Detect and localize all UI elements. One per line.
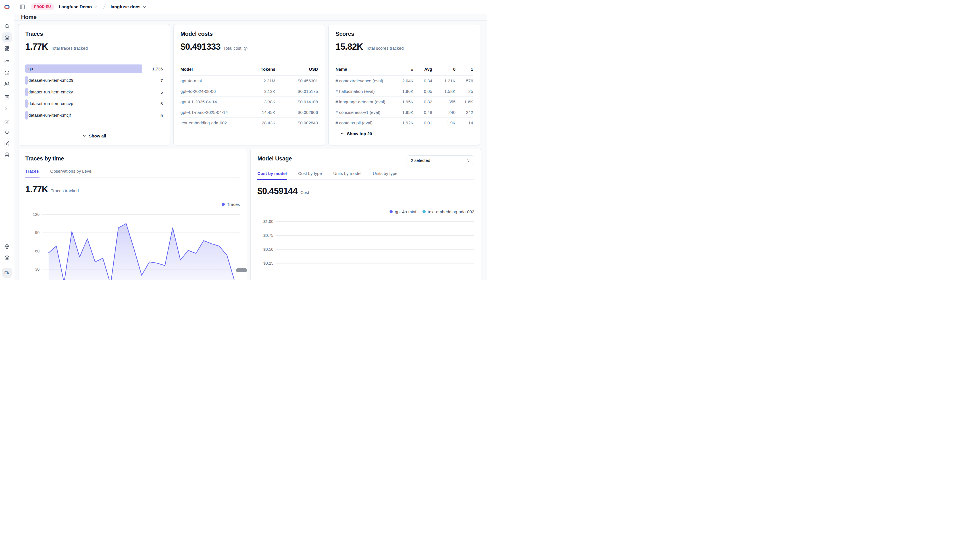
settings-icon [4,244,10,249]
sidebar-item-playground[interactable] [2,103,12,113]
sidebar-item-sessions[interactable] [2,68,12,78]
sidebar-item-insights[interactable] [2,128,12,137]
top-bar: PROD-EU Langfuse Demo langfuse-docs [0,0,487,14]
model-select[interactable]: 2 selected [407,155,474,165]
project-name: langfuse-docs [110,4,140,9]
table-cell: 1.92K [393,120,413,125]
table-cell: 240 [432,110,456,115]
svg-text:90: 90 [35,230,40,235]
sidebar-item-settings[interactable] [2,242,12,251]
svg-text:120: 120 [33,212,40,217]
sidebar-item-home[interactable] [2,32,12,42]
model-costs-total: $0.491333 [180,42,221,52]
table-row: gpt-4.1-2025-04-143.38K$0.014108 [180,97,318,107]
org-switcher[interactable]: Langfuse Demo [59,4,98,9]
table-cell: 0.48 [413,110,432,115]
table-row: # contextrelevance (eval)2.04K0.341.21K5… [336,75,473,86]
annotation-icon [4,141,10,147]
traces-by-time-card: Traces by time TracesObservations by Lev… [18,149,247,280]
scores-total: 15.82K [336,42,363,52]
horizontal-scrollbar-thumb[interactable] [236,268,247,272]
traces-by-time-tabs: TracesObservations by Level [25,169,240,177]
scores-table: Name#Avg01# contextrelevance (eval)2.04K… [336,67,473,128]
sidebar-item-tracing[interactable] [2,57,12,67]
table-cell: # contextrelevance (eval) [336,78,393,83]
project-switcher[interactable]: langfuse-docs [110,4,147,9]
svg-text:30: 30 [35,267,40,272]
insights-icon [4,130,10,135]
search-icon [4,23,10,29]
table-cell: 1.9K [432,120,456,125]
svg-text:$1.00: $1.00 [263,219,273,224]
model-usage-card: Model Usage 2 selected Cost by modelCost… [250,149,481,280]
table-cell: 1.6K [456,99,473,104]
table-cell: gpt-4.1-2025-04-14 [180,99,242,104]
traces-card-title: Traces [25,31,163,37]
trace-count: 5 [142,113,163,118]
trace-bar-row: qa1,736 [25,65,163,73]
legend-dot-icon [222,203,225,206]
trace-name: dataset-run-item-cmcjf [25,111,71,120]
column-header: 0 [432,67,456,72]
tracing-icon [4,59,10,65]
table-cell: 1.95K [393,99,413,104]
sidebar-toggle-button[interactable] [18,2,27,12]
svg-text:60: 60 [35,249,40,253]
table-cell: 2.04K [393,78,413,83]
main-area: Home Traces 1.77K Total traces tracked q… [14,14,487,280]
info-icon[interactable] [244,47,248,51]
trace-count: 5 [142,90,163,95]
table-cell: 1.95K [393,110,413,115]
show-all-button[interactable]: Show all [82,133,106,138]
table-cell: 2.21M [242,78,275,83]
table-cell: 1.58K [432,89,456,94]
table-cell: 25 [456,89,473,94]
users-icon [4,81,10,87]
tab-cost-by-type[interactable]: Cost by type [298,171,322,180]
sidebar-item-users[interactable] [2,79,12,88]
tab-cost-by-model[interactable]: Cost by model [257,171,287,180]
table-cell: gpt-4o-2024-08-06 [180,89,242,94]
sidebar: FK [0,14,14,280]
traces-area-chart: 120906030 [25,210,240,280]
sidebar-item-annotation[interactable] [2,139,12,148]
table-cell: 0.82 [413,99,432,104]
tab-units-by-model[interactable]: Units by model [333,171,361,180]
tab-units-by-type[interactable]: Units by type [373,171,398,180]
trace-bar-row: dataset-run-item-cmcjf5 [25,111,163,120]
sidebar-item-prompts[interactable] [2,92,12,102]
user-avatar[interactable]: FK [2,268,12,278]
traces-by-time-title: Traces by time [25,155,240,162]
tab-traces[interactable]: Traces [25,169,39,177]
sidebar-item-support[interactable] [2,253,12,262]
org-name: Langfuse Demo [59,4,92,9]
org-logo[interactable] [0,0,14,13]
table-cell: 0.01 [413,120,432,125]
model-usage-legend: gpt-4o-minitext-embedding-ada-002 [257,209,474,214]
show-top-20-button[interactable]: Show top 20 [340,131,372,136]
table-row: gpt-4o-mini2.21M$0.456301 [180,75,318,86]
panel-left-icon [20,4,25,10]
table-cell: 355 [432,99,456,104]
trace-name: dataset-run-item-cmc29 [25,76,73,85]
sidebar-item-evaluation[interactable] [2,117,12,127]
table-cell: $0.456301 [275,78,318,83]
model-usage-title: Model Usage [257,155,292,162]
breadcrumb-divider [102,4,107,10]
sidebar-item-datasets[interactable] [2,150,12,160]
legend-item: text-embedding-ada-002 [423,209,474,214]
table-row: text-embedding-ada-00228.43K$0.002843 [180,118,318,128]
model-usage-cost-total: $0.459144 [257,186,297,196]
tab-observations-by-level[interactable]: Observations by Level [50,169,92,177]
legend-item: gpt-4o-mini [389,209,416,214]
datasets-icon [4,152,10,158]
sidebar-item-dashboards[interactable] [2,43,12,53]
table-cell: $0.002906 [275,110,318,115]
sidebar-bottom: FK [2,242,12,280]
sidebar-item-search[interactable] [2,21,12,31]
content: Traces 1.77K Total traces tracked qa1,73… [14,21,487,280]
chevrons-up-down-icon [466,158,471,162]
table-cell: # language-detector (eval) [336,99,393,104]
trace-bar-row: dataset-run-item-cmcky5 [25,88,163,96]
model-usage-cost-label: Cost [300,190,309,195]
